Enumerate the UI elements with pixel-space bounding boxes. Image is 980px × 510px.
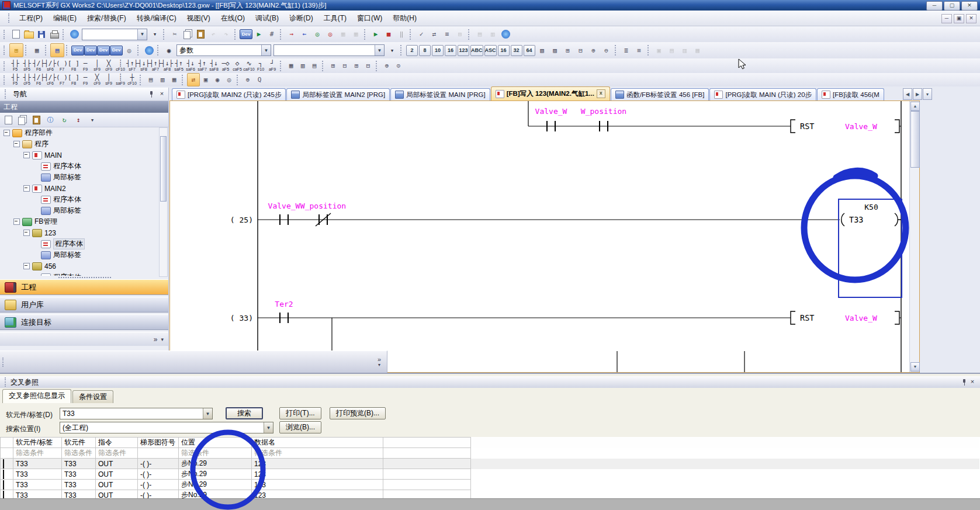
tree-paste-icon[interactable] — [30, 113, 43, 126]
menu-debug[interactable]: 调试(B) — [250, 12, 284, 25]
zoom-in-icon[interactable]: ⊕ — [381, 60, 393, 72]
word-32-icon[interactable]: 32 — [511, 45, 522, 56]
parallel-falling-close-icon[interactable]: ┤↓saF8 — [208, 60, 220, 72]
sidebar-button-project[interactable]: 工程 — [0, 279, 168, 295]
menubar-grip[interactable] — [8, 13, 12, 23]
w-parallel-closed-icon[interactable]: ┤/├cF6 — [44, 74, 56, 86]
parallel-rising-close-icon[interactable]: ┤↑saF7 — [196, 60, 208, 72]
tab-scroll-right-icon[interactable]: ▶ — [913, 88, 922, 100]
column-header[interactable]: 软元件 — [62, 438, 96, 448]
find-options-icon[interactable]: ▾ — [386, 44, 399, 57]
table-row[interactable]: T33T33OUT-( )-步No.29123 — [1, 469, 980, 480]
device-combo-arrow-icon[interactable]: ▼ — [203, 408, 212, 419]
doc-minimize-button[interactable]: ─ — [941, 14, 952, 23]
help-icon[interactable] — [68, 28, 81, 41]
print-preview-button[interactable]: 打印预览(B)... — [330, 407, 386, 419]
device-monitor-icon[interactable]: ▶ — [252, 28, 265, 41]
tree-item-main2-local-label[interactable]: 局部标签 — [0, 205, 160, 216]
tree-item-main[interactable]: MAIN — [0, 150, 160, 161]
menu-online[interactable]: 在线(O) — [216, 12, 250, 25]
delete-horizontal-line-icon[interactable]: ╳cF9 — [103, 60, 115, 72]
coil-icon[interactable]: ( )F7 — [56, 60, 68, 72]
insert-row-icon[interactable]: ⊞ — [327, 60, 339, 72]
navigation-window-icon[interactable]: ⊞ — [9, 43, 23, 57]
search-location-arrow-icon[interactable]: ▼ — [264, 422, 273, 433]
print-button[interactable]: 打印(T)... — [279, 407, 321, 419]
menu-search-replace[interactable]: 搜索/替换(F) — [82, 12, 131, 25]
remote-operation-icon[interactable]: ◎ — [324, 28, 337, 41]
column-header[interactable]: 数据名 — [252, 438, 383, 448]
copy-icon[interactable] — [181, 28, 194, 41]
open-project-icon[interactable] — [22, 28, 35, 41]
insert-column-icon[interactable]: ⊞ — [351, 60, 362, 72]
statement-display-icon[interactable]: ▤ — [473, 28, 486, 41]
build-icon[interactable]: ⇄ — [428, 28, 441, 41]
zoom-combo-icon[interactable]: ⊙ — [393, 60, 404, 72]
docking-layout-icon[interactable]: ▤ — [666, 44, 678, 57]
tree-item-main-body[interactable]: 程序本体 — [0, 161, 160, 172]
delete-vertical-line-icon[interactable]: ┊cF10 — [115, 60, 126, 72]
filter-cell[interactable]: 筛选条件 — [96, 448, 138, 459]
sidebar-button-user-library[interactable]: 用户库 — [0, 297, 168, 313]
delete-row-icon[interactable]: ⊟ — [339, 60, 351, 72]
tab-prg-read-main[interactable]: [PRG]读取 MAIN (只读) 20步 — [709, 88, 816, 100]
browse-button[interactable]: 浏览(B)... — [279, 421, 321, 433]
tb3-grip[interactable] — [4, 61, 7, 71]
display-ascii-icon[interactable]: ASC — [484, 45, 497, 56]
find-binoculars-icon[interactable]: ◉ — [162, 44, 175, 57]
menu-edit[interactable]: 编辑(E) — [48, 12, 82, 25]
work-window-icon[interactable]: ▤ — [50, 43, 64, 57]
menu-project[interactable]: 工程(P) — [14, 12, 48, 25]
window-close-button[interactable]: ✕ — [961, 1, 978, 11]
crossref-grip[interactable] — [5, 377, 8, 387]
column-header[interactable]: 软元件/标签 — [13, 438, 62, 448]
display-dec-icon[interactable]: 10 — [432, 45, 444, 56]
column-header[interactable]: 指令 — [96, 438, 138, 448]
menu-diagnostics[interactable]: 诊断(D) — [284, 12, 318, 25]
tree-item-main2-expander-icon[interactable] — [23, 185, 30, 192]
program-check-icon[interactable]: ✓ — [415, 28, 428, 41]
dockstrip-more-icon[interactable]: »▾ — [378, 356, 381, 368]
print-icon[interactable] — [48, 28, 61, 41]
zoom-out-small-icon[interactable]: ⊖ — [600, 44, 613, 57]
crossref-tab-info[interactable]: 交叉参照信息显示 — [2, 389, 71, 403]
w-parallel-open-icon[interactable]: ┤├cF5 — [21, 74, 33, 86]
scroll-up-icon[interactable]: ▲ — [910, 102, 920, 111]
device-initial-value-icon[interactable]: Dev — [97, 44, 110, 57]
device-comment-icon[interactable]: Dev — [240, 28, 252, 41]
w-open-contact-icon[interactable]: ┤├F5 — [9, 74, 21, 86]
tree-item-fb-456-expander-icon[interactable] — [23, 263, 30, 269]
tree-new-icon[interactable] — [2, 113, 15, 126]
window-minimize-button[interactable]: ─ — [926, 1, 943, 11]
display-string-icon[interactable]: ABC — [470, 45, 483, 56]
ladder-editor[interactable]: Valve_W W_position RST Valve_W ( 25) Val… — [169, 100, 920, 373]
tree-item-fb-management-expander-icon[interactable] — [13, 218, 20, 225]
tree-item-123-local-label[interactable]: 局部标签 — [0, 249, 160, 261]
filter-cell[interactable]: 筛选条件 — [179, 448, 252, 459]
w-coil-icon[interactable]: ( )F7 — [56, 74, 68, 86]
menu-help[interactable]: 帮助(H) — [387, 12, 422, 25]
filter-cell[interactable] — [383, 448, 471, 459]
parallel-rising-pulse-icon[interactable]: ┤↑saF5 — [173, 60, 185, 72]
tb2-grip[interactable] — [4, 46, 7, 55]
rising-pulse-close-icon[interactable]: ┤↑├aF7 — [150, 60, 161, 72]
ladder-canvas[interactable]: Valve_W W_position RST Valve_W ( 25) Val… — [170, 101, 909, 372]
module-configuration-icon[interactable]: ▦ — [30, 44, 43, 57]
tab-fb-label-456[interactable]: 函数/FB标签设置 456 [FB] — [611, 88, 709, 100]
tab-local-label-main2[interactable]: 局部标签设置 MAIN2 [PRG] — [286, 88, 390, 100]
device-test-icon[interactable]: # — [265, 28, 278, 41]
device-display-icon[interactable]: Dev — [110, 44, 123, 57]
column-header[interactable] — [383, 438, 471, 448]
w-delete-vline-icon[interactable]: ┊saF9 — [115, 74, 126, 86]
tree-item-main2-body[interactable]: 程序本体 — [0, 194, 160, 205]
outline-collapse-icon[interactable]: ≡ — [633, 44, 646, 57]
filter-cell[interactable]: 筛选条件 — [62, 448, 96, 459]
menu-convert-compile[interactable]: 转换/编译(C) — [131, 12, 182, 25]
tree-sort-icon[interactable]: ↕ — [72, 113, 85, 126]
window-maximize-button[interactable]: ▢ — [944, 1, 960, 11]
merge-line-icon[interactable]: ┘aF9 — [266, 60, 278, 72]
toolbar-options-icon[interactable]: ▾ — [148, 28, 161, 41]
display-oct-icon[interactable]: 8 — [419, 45, 431, 56]
find-target-combo-arrow-icon[interactable]: ▼ — [261, 45, 271, 55]
application-instruction-icon[interactable]: [ ]F8 — [68, 60, 79, 72]
